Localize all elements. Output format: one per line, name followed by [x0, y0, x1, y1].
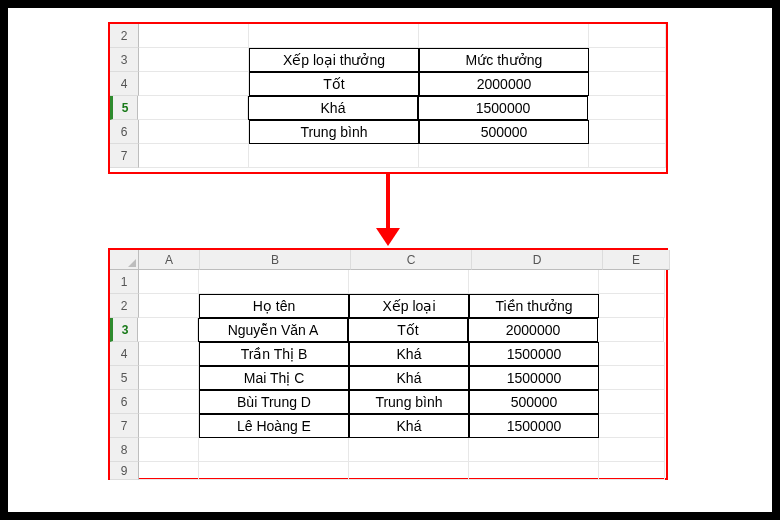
cell-empty[interactable] — [598, 318, 664, 342]
cell-empty[interactable] — [199, 462, 349, 480]
cell-empty[interactable] — [589, 24, 666, 48]
cell-empty[interactable] — [599, 462, 665, 480]
row-header[interactable]: 2 — [110, 294, 139, 318]
cell-empty[interactable] — [349, 462, 469, 480]
col-header[interactable]: B — [200, 250, 351, 270]
cell-empty[interactable] — [349, 270, 469, 294]
cell-empty[interactable] — [599, 270, 665, 294]
cell-empty[interactable] — [599, 390, 665, 414]
cell-empty[interactable] — [599, 438, 665, 462]
cell-empty[interactable] — [139, 48, 249, 72]
cell-empty[interactable] — [469, 438, 599, 462]
cell-empty[interactable] — [589, 120, 666, 144]
result-bonus-cell[interactable]: 1500000 — [469, 342, 599, 366]
row-header[interactable]: 7 — [110, 144, 139, 168]
result-rating-cell[interactable]: Tốt — [348, 318, 468, 342]
cell-empty[interactable] — [199, 270, 349, 294]
col-header[interactable]: E — [603, 250, 670, 270]
result-rating-cell[interactable]: Khá — [349, 414, 469, 438]
row-header[interactable]: 6 — [110, 120, 139, 144]
col-header[interactable]: A — [139, 250, 200, 270]
result-rating-cell[interactable]: Khá — [349, 366, 469, 390]
result-header-name[interactable]: Họ tên — [199, 294, 349, 318]
cell-empty[interactable] — [599, 294, 665, 318]
cell-empty[interactable] — [589, 72, 666, 96]
grid-row: 6 Bùi Trung D Trung bình 500000 — [110, 390, 666, 414]
cell-empty[interactable] — [419, 24, 589, 48]
cell-empty[interactable] — [249, 24, 419, 48]
cell-empty[interactable] — [139, 294, 199, 318]
grid-row: 3 Xếp loại thưởng Mức thưởng — [110, 48, 666, 72]
cell-empty[interactable] — [139, 270, 199, 294]
cell-empty[interactable] — [249, 144, 419, 168]
result-rating-cell[interactable]: Khá — [349, 342, 469, 366]
cell-empty[interactable] — [139, 438, 199, 462]
cell-empty[interactable] — [199, 438, 349, 462]
cell-empty[interactable] — [139, 144, 249, 168]
result-bonus-cell[interactable]: 1500000 — [469, 366, 599, 390]
select-all-corner[interactable] — [110, 250, 139, 270]
result-header-bonus[interactable]: Tiền thưởng — [469, 294, 599, 318]
row-header[interactable]: 6 — [110, 390, 139, 414]
result-name-cell[interactable]: Nguyễn Văn A — [198, 318, 348, 342]
row-header[interactable]: 7 — [110, 414, 139, 438]
lookup-bonus-cell[interactable]: 500000 — [419, 120, 589, 144]
cell-empty[interactable] — [589, 48, 666, 72]
row-header[interactable]: 1 — [110, 270, 139, 294]
row-header[interactable]: 9 — [110, 462, 139, 480]
cell-empty[interactable] — [139, 366, 199, 390]
col-header[interactable]: D — [472, 250, 603, 270]
cell-empty[interactable] — [139, 24, 249, 48]
lookup-header-rating[interactable]: Xếp loại thưởng — [249, 48, 419, 72]
lookup-bonus-cell[interactable]: 2000000 — [419, 72, 589, 96]
cell-empty[interactable] — [139, 342, 199, 366]
row-header[interactable]: 3 — [110, 48, 139, 72]
row-header-selected[interactable]: 3 — [110, 318, 138, 342]
result-name-cell[interactable]: Mai Thị C — [199, 366, 349, 390]
cell-empty[interactable] — [599, 342, 665, 366]
cell-empty[interactable] — [138, 318, 198, 342]
row-header[interactable]: 4 — [110, 342, 139, 366]
grid-row: 8 — [110, 438, 666, 462]
grid-row: 4 Trần Thị B Khá 1500000 — [110, 342, 666, 366]
cell-empty[interactable] — [139, 414, 199, 438]
cell-empty[interactable] — [469, 270, 599, 294]
result-rating-cell[interactable]: Trung bình — [349, 390, 469, 414]
result-header-rating[interactable]: Xếp loại — [349, 294, 469, 318]
row-header[interactable]: 4 — [110, 72, 139, 96]
grid-row: 2 — [110, 24, 666, 48]
cell-empty[interactable] — [419, 144, 589, 168]
cell-empty[interactable] — [138, 96, 248, 120]
cell-empty[interactable] — [469, 462, 599, 480]
grid-row: 7 — [110, 144, 666, 168]
lookup-header-bonus[interactable]: Mức thưởng — [419, 48, 589, 72]
result-name-cell[interactable]: Bùi Trung D — [199, 390, 349, 414]
cell-empty[interactable] — [588, 96, 666, 120]
grid-row: 2 Họ tên Xếp loại Tiền thưởng — [110, 294, 666, 318]
cell-empty[interactable] — [599, 414, 665, 438]
lookup-rating-cell[interactable]: Tốt — [249, 72, 419, 96]
cell-empty[interactable] — [139, 72, 249, 96]
result-name-cell[interactable]: Trần Thị B — [199, 342, 349, 366]
grid-row: 5 Mai Thị C Khá 1500000 — [110, 366, 666, 390]
row-header-selected[interactable]: 5 — [110, 96, 138, 120]
result-bonus-cell[interactable]: 2000000 — [468, 318, 598, 342]
cell-empty[interactable] — [599, 366, 665, 390]
row-header[interactable]: 2 — [110, 24, 139, 48]
lookup-bonus-cell[interactable]: 1500000 — [418, 96, 588, 120]
cell-empty[interactable] — [139, 120, 249, 144]
lookup-rating-cell[interactable]: Khá — [248, 96, 418, 120]
row-header[interactable]: 5 — [110, 366, 139, 390]
grid-row: 9 — [110, 462, 666, 480]
cell-empty[interactable] — [139, 390, 199, 414]
cell-empty[interactable] — [589, 144, 666, 168]
row-header[interactable]: 8 — [110, 438, 139, 462]
top-spreadsheet-panel: 2 3 Xếp loại thưởng Mức thưởng 4 Tốt 200… — [108, 22, 668, 174]
result-bonus-cell[interactable]: 500000 — [469, 390, 599, 414]
col-header[interactable]: C — [351, 250, 472, 270]
cell-empty[interactable] — [349, 438, 469, 462]
result-name-cell[interactable]: Lê Hoàng E — [199, 414, 349, 438]
cell-empty[interactable] — [139, 462, 199, 480]
lookup-rating-cell[interactable]: Trung bình — [249, 120, 419, 144]
result-bonus-cell[interactable]: 1500000 — [469, 414, 599, 438]
